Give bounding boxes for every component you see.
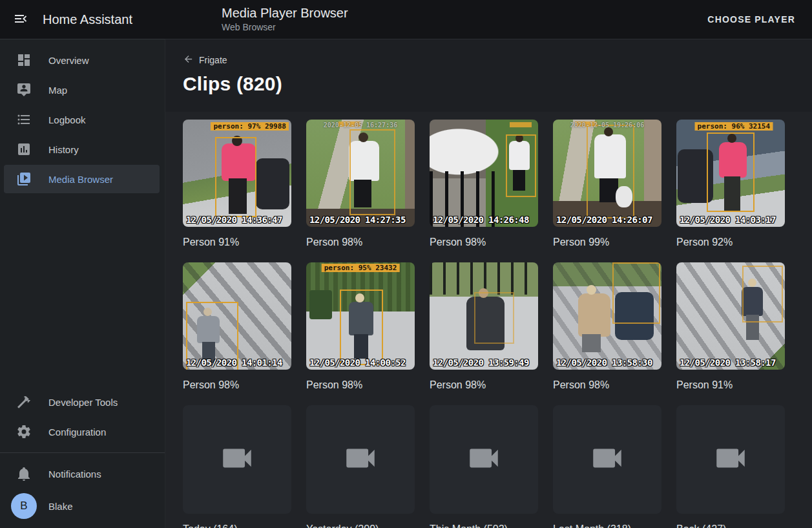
- clip-caption: Person 98%: [306, 379, 415, 391]
- clip-thumbnail: 12/05/2020 13:58:30: [553, 262, 661, 370]
- sidebar-item-user[interactable]: B Blake: [4, 489, 160, 523]
- clip-thumbnail: 2020-12-05 16:27:36 12/05/2020 14:27:35: [306, 120, 415, 227]
- page-title: Media Player Browser: [222, 5, 348, 21]
- play-box-multiple-icon: [16, 171, 32, 187]
- menu-toggle-icon: [13, 11, 28, 28]
- clip-thumbnail: 12/05/2020 14:01:14: [183, 262, 291, 370]
- hammer-icon: [16, 394, 32, 410]
- detection-box: [474, 292, 514, 344]
- sidebar-item-label: Configuration: [48, 427, 106, 438]
- content-header: Frigate Clips (820): [165, 39, 812, 112]
- detection-box: [587, 125, 634, 218]
- clip-thumbnail: 12/05/2020 13:58:17: [676, 262, 785, 370]
- timestamp-overlay: 12/05/2020 13:59:49: [433, 358, 529, 367]
- user-name: Blake: [48, 501, 73, 512]
- clip-tile[interactable]: person: 95% 23432 12/05/2020 14:00:52 Pe…: [306, 262, 415, 405]
- map-person-icon: [16, 82, 32, 98]
- gear-icon: [16, 424, 32, 439]
- person-head-shape: [587, 285, 596, 295]
- bell-icon: [16, 466, 32, 481]
- clip-caption: Person 98%: [430, 236, 538, 248]
- top-app-bar: Home Assistant Media Player Browser Web …: [0, 0, 812, 39]
- sidebar-item-overview[interactable]: Overview: [4, 46, 160, 74]
- clip-tile[interactable]: 12/05/2020 14:01:14 Person 98%: [183, 262, 291, 405]
- clip-thumbnail: 12/05/2020 13:59:49: [430, 262, 538, 370]
- clip-caption: Person 98%: [306, 236, 415, 248]
- sidebar-item-history[interactable]: History: [4, 135, 160, 164]
- folder-thumbnail: [553, 405, 661, 514]
- sidebar-item-logbook[interactable]: Logbook: [4, 105, 160, 134]
- folder-caption: Today (164): [183, 523, 291, 528]
- detection-label: person: 95% 23432: [322, 264, 400, 272]
- clip-caption: Person 98%: [553, 379, 661, 391]
- topbar-left: Home Assistant: [0, 10, 165, 28]
- page-heading: Clips (820): [183, 73, 812, 95]
- folder-caption: Yesterday (209): [306, 523, 415, 528]
- sidebar-item-label: Media Browser: [48, 174, 113, 185]
- folders-row: Today (164) Yesterday (209) This Month (…: [183, 405, 812, 528]
- detection-box: [506, 134, 536, 196]
- video-camera-icon: [588, 439, 626, 480]
- detection-label-small: [510, 122, 532, 127]
- clip-tile[interactable]: 12/05/2020 13:58:17 Person 91%: [676, 262, 785, 405]
- breadcrumb[interactable]: Frigate: [183, 54, 227, 67]
- sidebar-item-notifications[interactable]: Notifications: [4, 459, 160, 488]
- clip-thumbnail: person: 96% 32154 12/05/2020 14:03:17: [676, 120, 785, 227]
- clip-thumbnail: 2020-12-05 19:26:06 12/05/2020 14:26:07: [553, 120, 661, 227]
- arrow-left-icon: [183, 54, 199, 67]
- clip-thumbnail: person: 95% 23432 12/05/2020 14:00:52: [306, 262, 415, 370]
- clips-row: person: 97% 29988 12/05/2020 14:36:47 Pe…: [183, 120, 812, 262]
- sidebar-divider: [0, 452, 165, 453]
- timestamp-overlay: 12/05/2020 14:03:17: [680, 215, 776, 224]
- person-legs-shape: [582, 334, 601, 352]
- sidebar-item-developer-tools[interactable]: Developer Tools: [4, 388, 160, 416]
- list-icon: [16, 112, 32, 127]
- clip-tile[interactable]: 2020-12-05 19:26:06 12/05/2020 14:26:07 …: [553, 120, 661, 262]
- sidebar-item-label: Logbook: [48, 114, 86, 125]
- clip-tile[interactable]: 12/05/2020 14:26:48 Person 98%: [430, 120, 538, 262]
- timestamp-overlay: 12/05/2020 13:58:17: [680, 358, 776, 367]
- clip-caption: Person 98%: [183, 379, 291, 391]
- folder-caption: This Month (502): [430, 523, 538, 528]
- timestamp-overlay: 12/05/2020 14:26:48: [433, 215, 529, 224]
- dashboard-icon: [16, 52, 32, 68]
- choose-player-button[interactable]: CHOOSE PLAYER: [703, 0, 799, 39]
- sidebar-item-label: Developer Tools: [48, 397, 118, 408]
- folder-tile-back[interactable]: Back (427): [676, 405, 785, 528]
- person-shape: [578, 293, 610, 336]
- detection-box: [707, 132, 755, 212]
- planter-shape: [309, 290, 332, 319]
- sidebar-item-map[interactable]: Map: [4, 76, 160, 104]
- sidebar-item-label: Overview: [48, 55, 89, 66]
- clip-tile[interactable]: person: 96% 32154 12/05/2020 14:03:17 Pe…: [676, 120, 785, 262]
- folder-caption: Back (427): [676, 523, 785, 528]
- clip-caption: Person 91%: [183, 236, 291, 248]
- detection-box: [742, 266, 782, 322]
- folder-thumbnail: [430, 405, 538, 514]
- sidebar-item-label: Map: [48, 85, 67, 96]
- sidebar-item-media-browser[interactable]: Media Browser: [4, 165, 160, 193]
- menu-toggle-button[interactable]: [12, 10, 30, 28]
- clip-thumbnail: person: 97% 29988 12/05/2020 14:36:47: [183, 120, 291, 227]
- folder-caption: Last Month (318): [553, 523, 661, 528]
- clips-grid: person: 97% 29988 12/05/2020 14:36:47 Pe…: [165, 112, 812, 528]
- detection-label: person: 96% 32154: [695, 122, 773, 131]
- detection-box: [612, 262, 660, 324]
- sidebar-item-label: History: [48, 144, 79, 155]
- timestamp-overlay: 12/05/2020 14:26:07: [556, 215, 652, 224]
- folder-tile-yesterday[interactable]: Yesterday (209): [306, 405, 415, 528]
- folder-tile-today[interactable]: Today (164): [183, 405, 291, 528]
- detection-box: [349, 129, 395, 215]
- sidebar-item-configuration[interactable]: Configuration: [4, 417, 160, 446]
- timestamp-overlay: 12/05/2020 14:00:52: [309, 358, 406, 367]
- folder-tile-this-month[interactable]: This Month (502): [430, 405, 538, 528]
- page-header: Media Player Browser Web Browser: [222, 5, 348, 33]
- clip-tile[interactable]: 12/05/2020 13:59:49 Person 98%: [430, 262, 538, 405]
- clip-tile[interactable]: person: 97% 29988 12/05/2020 14:36:47 Pe…: [183, 120, 291, 262]
- clip-tile[interactable]: 12/05/2020 13:58:30 Person 98%: [553, 262, 661, 405]
- video-camera-icon: [218, 439, 256, 480]
- sidebar-item-label: Notifications: [48, 469, 101, 480]
- clip-tile[interactable]: 2020-12-05 16:27:36 12/05/2020 14:27:35 …: [306, 120, 415, 262]
- folder-tile-last-month[interactable]: Last Month (318): [553, 405, 661, 528]
- detection-box: [340, 290, 383, 366]
